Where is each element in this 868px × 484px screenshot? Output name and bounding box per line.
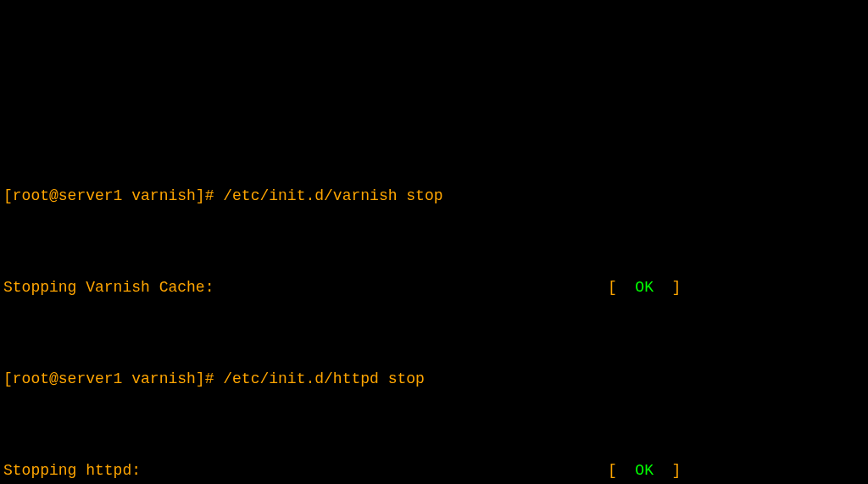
spacer (214, 279, 607, 296)
service-msg: Stopping Varnish Cache: (3, 279, 214, 296)
prompt: [root@server1 varnish]# (3, 187, 223, 204)
command: /etc/init.d/httpd stop (223, 370, 425, 387)
bracket-icon: [ (608, 462, 617, 479)
terminal-window[interactable]: [root@server1 varnish]# /etc/init.d/varn… (0, 114, 868, 484)
spacer (141, 462, 608, 479)
terminal-line: Stopping Varnish Cache: [ OK ] (3, 276, 865, 299)
service-msg: Stopping httpd: (3, 462, 141, 479)
terminal-line: Stopping httpd: [ OK ] (3, 459, 865, 482)
terminal-line: [root@server1 varnish]# /etc/init.d/http… (3, 368, 865, 391)
command: /etc/init.d/varnish stop (223, 187, 442, 204)
prompt: [root@server1 varnish]# (3, 370, 223, 387)
bracket-icon: [ (608, 279, 617, 296)
status-ok: OK (617, 462, 672, 479)
terminal-line: [root@server1 varnish]# /etc/init.d/varn… (3, 185, 865, 208)
status-ok: OK (617, 279, 672, 296)
bracket-icon: ] (672, 462, 682, 479)
bracket-icon: ] (672, 279, 682, 296)
